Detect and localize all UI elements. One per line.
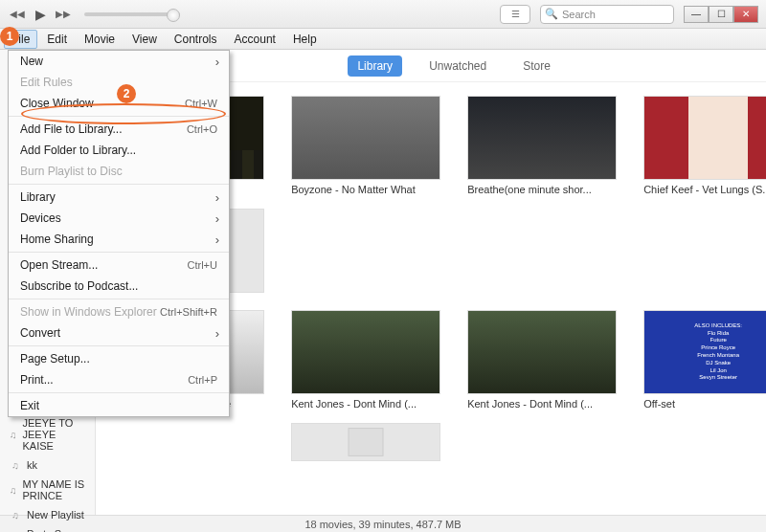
video-title: Off-set <box>643 398 766 410</box>
menubar: File Edit Movie View Controls Account He… <box>0 29 766 50</box>
video-thumb <box>291 310 440 394</box>
video-card[interactable]: Breathe(one minute shor... <box>467 96 617 195</box>
menu-help[interactable]: Help <box>285 30 325 49</box>
video-thumb: ALSO INCLUDES: Flo Rida Future Prince Ro… <box>643 310 766 394</box>
annotation-badge-1: 1 <box>0 27 19 46</box>
playlist-icon: ♫ <box>10 509 21 521</box>
video-card[interactable]: Chief Keef - Vet Lungs (S... <box>643 96 766 195</box>
prev-button[interactable]: ◀◀ <box>8 5 27 24</box>
playlist-icon: ♫ <box>10 459 21 471</box>
playlist-icon: ♫ <box>10 429 17 440</box>
view-mode-button[interactable]: ☰ <box>500 5 530 24</box>
menu-item-devices[interactable]: Devices <box>9 208 229 229</box>
video-card[interactable]: Boyzone - No Matter What <box>291 96 440 195</box>
menu-item-add-folder[interactable]: Add Folder to Library... <box>9 140 229 161</box>
menu-separator <box>9 345 229 346</box>
video-title: Chief Keef - Vet Lungs (S... <box>643 184 766 195</box>
search-icon: 🔍 <box>545 8 558 20</box>
close-button[interactable]: ✕ <box>733 6 758 23</box>
menu-item-print[interactable]: Print...Ctrl+P <box>9 369 229 390</box>
menu-item-show-explorer: Show in Windows ExplorerCtrl+Shift+R <box>9 301 229 322</box>
sidebar-item[interactable]: ♫New Playlist <box>0 505 95 524</box>
tab-unwatched[interactable]: Unwatched <box>419 55 496 77</box>
minimize-button[interactable]: — <box>684 6 709 23</box>
video-card[interactable]: Kent Jones - Dont Mind (... <box>467 310 617 410</box>
video-title: Boyzone - No Matter What <box>291 184 440 195</box>
menu-separator <box>9 392 229 393</box>
tab-library[interactable]: Library <box>348 55 402 77</box>
annotation-badge-2: 2 <box>117 84 136 103</box>
menu-account[interactable]: Account <box>227 30 283 49</box>
playback-controls: ◀◀ ▶ ▶▶ <box>8 5 73 24</box>
video-thumb <box>643 96 766 180</box>
menu-item-new[interactable]: New <box>9 51 229 72</box>
status-bar: 18 movies, 39 minutes, 487.7 MB <box>0 515 766 532</box>
menu-item-convert[interactable]: Convert <box>9 322 229 344</box>
playlist-icon: ♫ <box>10 528 21 532</box>
volume-slider[interactable] <box>84 12 180 16</box>
sidebar-item[interactable]: ♫MY NAME IS PRINCE <box>0 475 95 505</box>
video-card[interactable]: ALSO INCLUDES: Flo Rida Future Prince Ro… <box>643 310 766 410</box>
video-card[interactable]: Kent Jones - Dont Mind (... <box>291 310 440 410</box>
menu-separator <box>9 299 229 299</box>
search-input[interactable]: 🔍 Search <box>540 5 674 24</box>
sidebar-item[interactable]: ♫Party Songs <box>0 524 95 532</box>
play-button[interactable]: ▶ <box>29 5 52 24</box>
svg-rect-3 <box>349 429 383 456</box>
video-title: Breathe(one minute shor... <box>467 184 617 195</box>
maximize-button[interactable]: ☐ <box>709 6 733 23</box>
sidebar-item[interactable]: ♫JEEYE TO JEEYE KAISE <box>0 413 95 455</box>
menu-item-library[interactable]: Library <box>9 187 229 208</box>
tab-store[interactable]: Store <box>513 55 560 77</box>
menu-item-exit[interactable]: Exit <box>9 395 229 416</box>
player-bar: ◀◀ ▶ ▶▶ ☰ 🔍 Search — ☐ ✕ <box>0 0 766 29</box>
menu-controls[interactable]: Controls <box>167 30 225 49</box>
menu-item-page-setup[interactable]: Page Setup... <box>9 348 229 369</box>
menu-item-home-sharing[interactable]: Home Sharing <box>9 229 229 250</box>
search-placeholder: Search <box>562 9 596 20</box>
menu-item-open-stream[interactable]: Open Stream...Ctrl+U <box>9 255 229 276</box>
annotation-highlight-oval <box>21 103 226 124</box>
menu-separator <box>9 184 229 185</box>
sidebar-item[interactable]: ♫kk <box>0 455 95 475</box>
playlist-icon: ♫ <box>10 484 17 496</box>
video-title: Kent Jones - Dont Mind (... <box>291 398 440 410</box>
menu-separator <box>9 252 229 253</box>
menu-item-subscribe[interactable]: Subscribe to Podcast... <box>9 276 229 297</box>
menu-movie[interactable]: Movie <box>77 30 123 49</box>
window-controls: — ☐ ✕ <box>684 6 758 23</box>
video-thumb-placeholder <box>291 423 440 461</box>
next-button[interactable]: ▶▶ <box>54 5 73 24</box>
video-title: Kent Jones - Dont Mind (... <box>467 398 617 410</box>
menu-view[interactable]: View <box>124 30 165 49</box>
video-card[interactable] <box>291 423 440 461</box>
video-thumb <box>467 310 617 394</box>
video-thumb <box>291 96 440 180</box>
video-thumb <box>467 96 617 180</box>
menu-edit[interactable]: Edit <box>39 30 75 49</box>
menu-item-burn: Burn Playlist to Disc <box>9 161 229 182</box>
